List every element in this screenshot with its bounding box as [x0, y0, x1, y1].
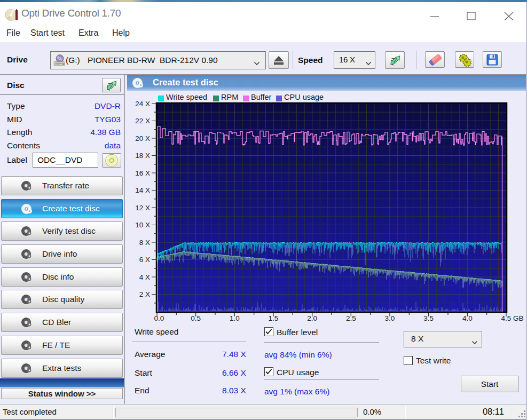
svg-text:1.5: 1.5	[269, 314, 279, 322]
svg-text:3.0: 3.0	[385, 314, 395, 322]
svg-text:2.0: 2.0	[307, 314, 317, 322]
svg-text:12 X: 12 X	[135, 204, 150, 212]
svg-text:6 X: 6 X	[139, 256, 150, 264]
svg-text:4.5: 4.5	[501, 314, 512, 322]
svg-text:4.0: 4.0	[462, 314, 473, 322]
svg-text:1.0: 1.0	[230, 314, 240, 322]
svg-text:10 X: 10 X	[135, 221, 150, 229]
svg-text:20 X: 20 X	[135, 134, 150, 142]
svg-text:0.0: 0.0	[154, 314, 164, 322]
svg-text:0.5: 0.5	[191, 314, 201, 322]
svg-text:3.5: 3.5	[423, 314, 434, 322]
svg-text:4 X: 4 X	[139, 273, 150, 281]
svg-text:16 X: 16 X	[135, 169, 150, 177]
svg-text:24 X: 24 X	[135, 100, 150, 108]
svg-text:8 X: 8 X	[139, 239, 150, 247]
svg-text:GB: GB	[513, 314, 524, 322]
svg-text:22 X: 22 X	[135, 117, 150, 125]
svg-text:2 X: 2 X	[139, 290, 150, 298]
svg-text:14 X: 14 X	[135, 186, 150, 194]
svg-text:18 X: 18 X	[135, 152, 150, 160]
svg-text:2.5: 2.5	[346, 314, 356, 322]
